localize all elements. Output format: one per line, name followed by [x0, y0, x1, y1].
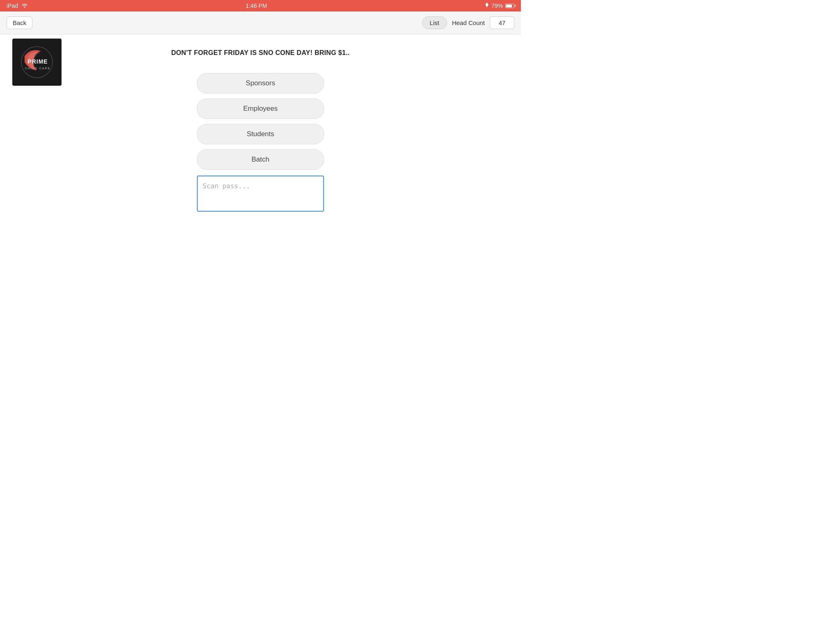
back-button[interactable]: Back [7, 16, 32, 29]
employees-button[interactable]: Employees [197, 98, 324, 119]
button-group: Sponsors Employees Students Batch [0, 73, 521, 212]
battery-icon [505, 4, 514, 8]
logo-container: PRIME CHILD CARE [12, 39, 62, 86]
status-time: 1:46 PM [246, 2, 267, 9]
head-count-label: Head Count [452, 19, 485, 26]
batch-button[interactable]: Batch [197, 149, 324, 170]
battery-percent: 79% [491, 2, 503, 9]
status-bar: iPad 1:46 PM 79% [0, 0, 521, 11]
status-bar-right: 79% [485, 2, 514, 9]
students-button[interactable]: Students [197, 124, 324, 144]
list-button[interactable]: List [422, 16, 447, 29]
logo-box: PRIME CHILD CARE [12, 39, 62, 86]
status-bar-left: iPad [7, 2, 28, 9]
device-name: iPad [7, 2, 18, 9]
announcement-text: DON'T FORGET FRIDAY IS SNO CONE DAY! BRI… [0, 43, 521, 69]
main-content: PRIME CHILD CARE DON'T FORGET FRIDAY IS … [0, 34, 521, 220]
svg-text:CHILD CARE: CHILD CARE [25, 67, 50, 70]
svg-text:PRIME: PRIME [27, 58, 48, 65]
nav-right-group: List Head Count 47 [422, 16, 514, 29]
location-icon [485, 2, 489, 9]
prime-childcare-logo: PRIME CHILD CARE [16, 43, 57, 82]
head-count-value: 47 [490, 16, 514, 29]
scan-pass-input[interactable] [197, 176, 324, 212]
scan-input-container [197, 176, 324, 212]
nav-bar: Back List Head Count 47 [0, 11, 521, 34]
sponsors-button[interactable]: Sponsors [197, 73, 324, 94]
wifi-icon [21, 2, 28, 9]
